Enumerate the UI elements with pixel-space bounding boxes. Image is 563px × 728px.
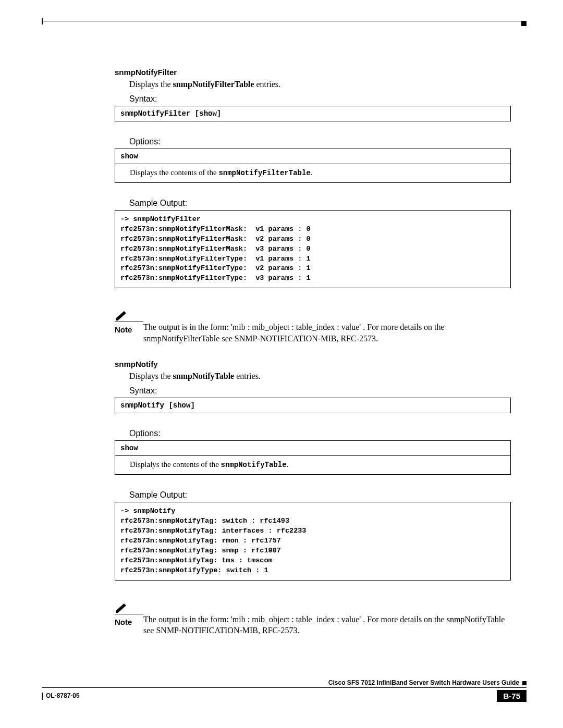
pencil-icon	[115, 309, 129, 320]
note-row-1: Note The output is in the form: 'mib : m…	[115, 309, 511, 344]
sample-output-snmpnotify: -> snmpNotify rfc2573n:snmpNotifyTag: sw…	[115, 502, 511, 580]
syntax-label: Syntax:	[129, 94, 511, 104]
desc-prefix: Displays the	[129, 80, 173, 89]
note-text: The output is in the form: 'mib : mib_ob…	[143, 309, 511, 344]
description-snmpnotify: Displays the snmpNotifyTable entries.	[129, 372, 511, 381]
desc-bold: snmpNotifyTable	[173, 372, 235, 380]
description-snmpnotifyfilter: Displays the snmpNotifyFilterTable entri…	[129, 80, 511, 89]
options-body: Displalys the contents of the snmpNotify…	[115, 456, 510, 474]
opt-suffix: .	[311, 168, 313, 177]
desc-suffix: entries.	[254, 80, 280, 89]
doc-id: OL-8787-05	[42, 692, 80, 700]
page: snmpNotifyFilter Displays the snmpNotify…	[0, 0, 563, 728]
options-label: Options:	[129, 137, 511, 146]
sample-output-snmpnotifyfilter: -> snmpNotifyFilter rfc2573n:snmpNotifyF…	[115, 210, 511, 288]
desc-prefix: Displays the	[129, 372, 173, 380]
note-row-2: Note The output is in the form: 'mib : m…	[115, 601, 511, 636]
options-box-snmpnotifyfilter: show Displays the contents of the snmpNo…	[115, 149, 511, 183]
note-icon: Note	[115, 309, 143, 334]
footer: Cisco SFS 7012 InfiniBand Server Switch …	[42, 679, 527, 702]
opt-mono: snmpNotifyTable	[221, 461, 287, 469]
note-text: The output is in the form: 'mib : mib_ob…	[143, 601, 511, 636]
opt-prefix: Displays the contents of the	[130, 168, 218, 177]
options-header: show	[115, 149, 510, 164]
sample-label: Sample Output:	[129, 199, 511, 208]
footer-row: OL-8787-05 B-75	[42, 690, 527, 702]
desc-bold: snmpNotifyFilterTable	[173, 80, 254, 89]
crop-mark-top	[42, 21, 527, 29]
sample-label: Sample Output:	[129, 490, 511, 500]
pencil-icon	[115, 601, 129, 613]
options-body: Displays the contents of the snmpNotifyF…	[115, 164, 510, 182]
syntax-box-snmpnotifyfilter: snmpNotifyFilter [show]	[115, 106, 511, 121]
note-label: Note	[115, 618, 143, 626]
main-content: snmpNotifyFilter Displays the snmpNotify…	[115, 68, 511, 636]
syntax-label: Syntax:	[129, 386, 511, 396]
section-title-snmpnotify: snmpNotify	[115, 360, 511, 368]
opt-mono: snmpNotifyFilterTable	[218, 169, 310, 177]
page-number: B-75	[497, 690, 527, 702]
syntax-box-snmpnotify: snmpNotify [show]	[115, 398, 511, 413]
opt-prefix: Displalys the contents of the	[130, 460, 221, 468]
footer-line	[42, 687, 527, 688]
note-icon: Note	[115, 601, 143, 626]
options-label: Options:	[129, 429, 511, 438]
footer-title: Cisco SFS 7012 InfiniBand Server Switch …	[42, 679, 527, 686]
options-box-snmpnotify: show Displalys the contents of the snmpN…	[115, 440, 511, 475]
section-title-snmpnotifyfilter: snmpNotifyFilter	[115, 68, 511, 77]
desc-suffix: entries.	[234, 372, 261, 380]
opt-suffix: .	[287, 460, 289, 468]
note-label: Note	[115, 325, 143, 334]
options-header: show	[115, 441, 510, 456]
